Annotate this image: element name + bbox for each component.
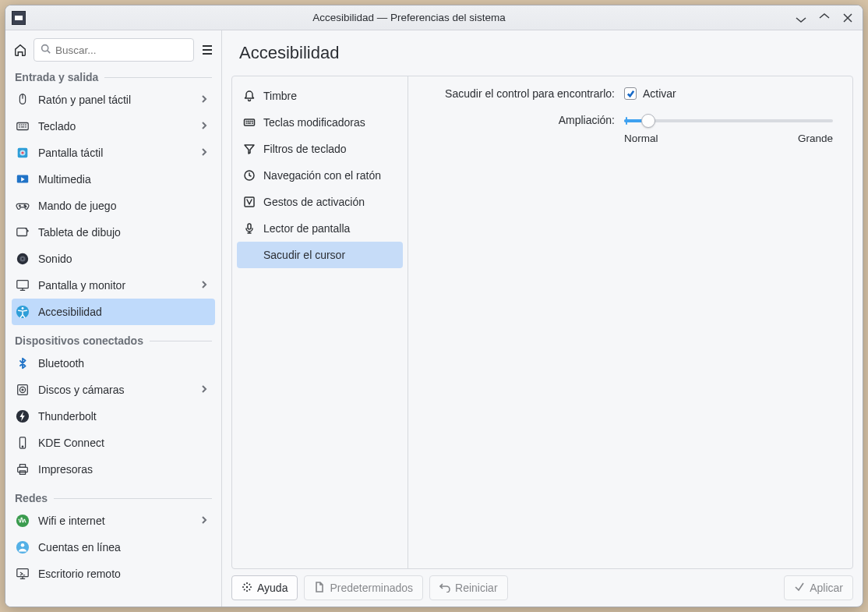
chevron-right-icon — [199, 515, 209, 527]
chevron-right-icon — [199, 147, 209, 159]
sidebar-item-mouse[interactable]: Ratón y panel táctil — [12, 87, 215, 113]
filter-icon — [243, 143, 256, 155]
svg-point-15 — [22, 307, 24, 310]
sidebar-item-label: Tableta de dibujo — [38, 226, 121, 239]
sidebar-item-sound[interactable]: Sonido — [12, 246, 215, 272]
sidebar-item-label: Discos y cámaras — [38, 384, 124, 396]
sidebar-item-bluetooth[interactable]: Bluetooth — [12, 350, 215, 377]
sidebar-item-kdeconnect[interactable]: KDE Connect — [12, 430, 215, 456]
magnify-slider[interactable] — [624, 114, 833, 128]
sidebar-item-label: Impresoras — [38, 463, 93, 476]
window: Accesibilidad — Preferencias del sistema… — [5, 5, 863, 607]
titlebar: Accesibilidad — Preferencias del sistema — [5, 5, 863, 30]
sidebar-item-label: Pantalla táctil — [38, 147, 103, 159]
keyboard-icon — [15, 119, 30, 134]
close-button[interactable] — [839, 9, 856, 27]
subnav-item-label: Timbre — [263, 90, 297, 102]
sidebar-item-printer[interactable]: Impresoras — [12, 456, 215, 483]
settings-pane: Sacudir el control para encontrarlo: Act… — [408, 76, 852, 568]
subnav-item-cursor[interactable]: Sacudir el cursor — [237, 242, 403, 268]
app-icon — [12, 11, 26, 25]
help-button[interactable]: Ayuda — [231, 575, 298, 600]
svg-rect-13 — [17, 281, 28, 288]
sidebar-item-label: KDE Connect — [38, 437, 104, 449]
svg-rect-9 — [17, 228, 27, 236]
home-button[interactable] — [13, 39, 27, 61]
reset-button[interactable]: Reiniciar — [429, 575, 507, 600]
monitor-icon — [15, 278, 30, 293]
sidebar-item-multimedia[interactable]: Multimedia — [12, 166, 215, 193]
subnav: TimbreTeclas modificadorasFiltros de tec… — [232, 76, 408, 568]
svg-point-17 — [19, 387, 25, 392]
section-header: Dispositivos conectados — [12, 334, 215, 347]
sidebar-item-label: Mando de juego — [38, 200, 116, 212]
svg-point-27 — [21, 543, 25, 547]
sidebar-scroll[interactable]: Entrada y salidaRatón y panel táctilTecl… — [5, 68, 221, 607]
sidebar-item-accounts[interactable]: Cuentas en línea — [12, 534, 215, 561]
sidebar-item-monitor[interactable]: Pantalla y monitor — [12, 272, 215, 299]
svg-point-18 — [22, 389, 23, 391]
remote-icon — [15, 566, 30, 582]
svg-rect-23 — [19, 465, 25, 468]
document-icon — [314, 582, 325, 595]
gamepad-icon — [15, 198, 30, 214]
svg-point-0 — [42, 45, 48, 51]
svg-rect-22 — [18, 467, 28, 472]
kdeconnect-icon — [15, 435, 30, 451]
multimedia-icon — [15, 172, 30, 187]
svg-rect-31 — [245, 197, 254, 207]
accounts-icon — [15, 539, 30, 555]
svg-rect-2 — [17, 123, 28, 130]
svg-point-33 — [246, 585, 248, 587]
search-field[interactable] — [34, 38, 194, 62]
gesture-icon — [243, 196, 256, 208]
sidebar-item-disk[interactable]: Discos y cámaras — [12, 377, 215, 403]
hamburger-menu-button[interactable] — [200, 39, 213, 61]
sidebar-item-gamepad[interactable]: Mando de juego — [12, 193, 215, 219]
subnav-item-bell[interactable]: Timbre — [237, 83, 403, 109]
svg-point-26 — [16, 541, 29, 554]
slider-handle[interactable] — [641, 114, 655, 128]
touch-icon — [15, 145, 30, 161]
svg-point-21 — [22, 446, 23, 447]
svg-point-5 — [21, 151, 23, 154]
apply-button[interactable]: Aplicar — [784, 575, 853, 600]
window-title: Accesibilidad — Preferencias del sistema — [32, 12, 786, 23]
sidebar-item-remote[interactable]: Escritorio remoto — [12, 561, 215, 587]
subnav-item-keyboard[interactable]: Teclas modificadoras — [237, 109, 403, 136]
search-input[interactable] — [55, 44, 187, 56]
sidebar-item-label: Bluetooth — [38, 357, 84, 370]
slider-max-label: Grande — [798, 133, 833, 144]
minimize-button[interactable] — [792, 9, 810, 27]
subnav-item-clock-mouse[interactable]: Navegación con el ratón — [237, 162, 403, 189]
sidebar-item-tablet[interactable]: Tableta de dibujo — [12, 219, 215, 246]
svg-point-8 — [25, 206, 26, 207]
defaults-button[interactable]: Predeterminados — [304, 575, 423, 600]
content: Accesibilidad TimbreTeclas modificadoras… — [222, 30, 863, 607]
subnav-item-label: Gestos de activación — [263, 196, 365, 208]
subnav-item-label: Filtros de teclado — [263, 143, 347, 155]
section-header: Entrada y salida — [12, 71, 215, 83]
svg-rect-29 — [245, 119, 255, 126]
sidebar-item-wifi[interactable]: Wifi e internet — [12, 508, 215, 534]
subnav-item-mic[interactable]: Lector de pantalla — [237, 215, 403, 242]
sidebar-item-label: Thunderbolt — [38, 410, 97, 423]
subnav-item-filter[interactable]: Filtros de teclado — [237, 136, 403, 162]
sidebar-item-label: Multimedia — [38, 173, 91, 186]
svg-rect-32 — [248, 224, 251, 229]
sidebar-item-label: Accesibilidad — [38, 306, 102, 318]
sidebar-item-thunderbolt[interactable]: Thunderbolt — [12, 403, 215, 430]
sidebar: Entrada y salidaRatón y panel táctilTecl… — [5, 30, 222, 607]
sidebar-item-keyboard[interactable]: Teclado — [12, 113, 215, 140]
sidebar-item-label: Pantalla y monitor — [38, 279, 125, 292]
subnav-item-label: Lector de pantalla — [263, 222, 350, 235]
subnav-item-gesture[interactable]: Gestos de activación — [237, 189, 403, 215]
sidebar-item-a11y[interactable]: Accesibilidad — [12, 299, 215, 325]
sound-icon — [15, 251, 30, 267]
keyboard-icon — [243, 116, 256, 129]
sidebar-item-touch[interactable]: Pantalla táctil — [12, 140, 215, 166]
activate-checkbox[interactable]: Activar — [624, 87, 676, 100]
sidebar-item-label: Escritorio remoto — [38, 568, 121, 580]
sidebar-item-label: Sonido — [38, 253, 72, 265]
maximize-button[interactable] — [816, 9, 833, 27]
